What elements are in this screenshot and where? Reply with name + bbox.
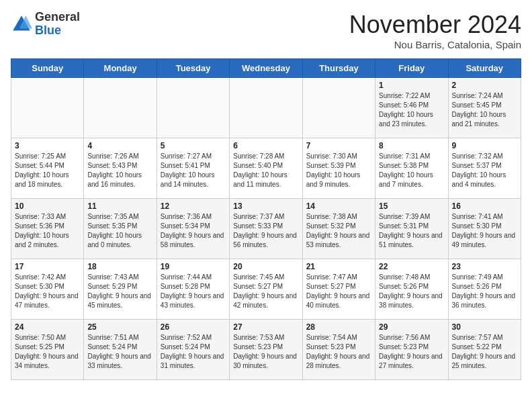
calendar-week-row: 17Sunrise: 7:42 AM Sunset: 5:30 PM Dayli… [11, 259, 521, 320]
day-info: Sunrise: 7:24 AM Sunset: 5:45 PM Dayligh… [452, 91, 517, 129]
day-info: Sunrise: 7:57 AM Sunset: 5:22 PM Dayligh… [452, 333, 517, 371]
calendar-cell: 10Sunrise: 7:33 AM Sunset: 5:36 PM Dayli… [11, 199, 84, 259]
calendar-cell: 2Sunrise: 7:24 AM Sunset: 5:45 PM Daylig… [448, 78, 521, 138]
day-info: Sunrise: 7:41 AM Sunset: 5:30 PM Dayligh… [452, 212, 517, 250]
day-number: 25 [87, 322, 152, 332]
calendar-cell: 9Sunrise: 7:32 AM Sunset: 5:37 PM Daylig… [448, 138, 521, 199]
calendar-cell: 1Sunrise: 7:22 AM Sunset: 5:46 PM Daylig… [375, 78, 448, 138]
day-number: 12 [161, 201, 226, 211]
day-info: Sunrise: 7:45 AM Sunset: 5:27 PM Dayligh… [233, 273, 298, 310]
month-title: November 2024 [349, 11, 521, 39]
day-info: Sunrise: 7:30 AM Sunset: 5:39 PM Dayligh… [306, 152, 371, 189]
logo-text: General Blue [35, 11, 80, 38]
day-header-wednesday: Wednesday [230, 59, 302, 78]
day-info: Sunrise: 7:25 AM Sunset: 5:44 PM Dayligh… [15, 152, 80, 189]
calendar-cell: 22Sunrise: 7:48 AM Sunset: 5:26 PM Dayli… [375, 259, 448, 320]
day-number: 14 [306, 201, 371, 211]
day-info: Sunrise: 7:42 AM Sunset: 5:30 PM Dayligh… [15, 273, 80, 310]
calendar-cell: 16Sunrise: 7:41 AM Sunset: 5:30 PM Dayli… [448, 199, 521, 259]
calendar-cell: 23Sunrise: 7:49 AM Sunset: 5:26 PM Dayli… [448, 259, 521, 320]
day-number: 1 [379, 81, 444, 90]
logo-icon [11, 13, 32, 35]
day-number: 3 [15, 141, 80, 150]
calendar-table: SundayMondayTuesdayWednesdayThursdayFrid… [11, 58, 521, 380]
day-number: 15 [379, 201, 444, 211]
day-info: Sunrise: 7:31 AM Sunset: 5:38 PM Dayligh… [379, 152, 444, 189]
day-number: 29 [379, 322, 444, 332]
day-number: 9 [452, 141, 517, 150]
calendar-cell [302, 78, 375, 138]
day-number: 26 [161, 322, 226, 332]
location: Nou Barris, Catalonia, Spain [349, 39, 521, 50]
day-number: 16 [452, 201, 517, 211]
calendar-cell [11, 78, 84, 138]
calendar-cell [157, 78, 229, 138]
day-number: 5 [161, 141, 226, 150]
calendar-cell: 5Sunrise: 7:27 AM Sunset: 5:41 PM Daylig… [157, 138, 229, 199]
day-number: 18 [87, 262, 152, 271]
calendar-cell: 12Sunrise: 7:36 AM Sunset: 5:34 PM Dayli… [157, 199, 229, 259]
day-info: Sunrise: 7:32 AM Sunset: 5:37 PM Dayligh… [452, 152, 517, 189]
day-info: Sunrise: 7:37 AM Sunset: 5:33 PM Dayligh… [233, 212, 298, 250]
day-info: Sunrise: 7:26 AM Sunset: 5:43 PM Dayligh… [87, 152, 152, 189]
calendar-cell: 21Sunrise: 7:47 AM Sunset: 5:27 PM Dayli… [302, 259, 375, 320]
calendar-cell: 18Sunrise: 7:43 AM Sunset: 5:29 PM Dayli… [84, 259, 157, 320]
day-info: Sunrise: 7:44 AM Sunset: 5:28 PM Dayligh… [161, 273, 226, 310]
calendar-cell: 25Sunrise: 7:51 AM Sunset: 5:24 PM Dayli… [84, 320, 157, 380]
calendar-cell: 20Sunrise: 7:45 AM Sunset: 5:27 PM Dayli… [230, 259, 302, 320]
day-number: 11 [87, 201, 152, 211]
title-area: November 2024 Nou Barris, Catalonia, Spa… [349, 11, 521, 50]
day-header-friday: Friday [375, 59, 448, 78]
day-info: Sunrise: 7:33 AM Sunset: 5:36 PM Dayligh… [15, 212, 80, 250]
calendar-cell: 4Sunrise: 7:26 AM Sunset: 5:43 PM Daylig… [84, 138, 157, 199]
day-number: 7 [306, 141, 371, 150]
day-info: Sunrise: 7:54 AM Sunset: 5:23 PM Dayligh… [306, 333, 371, 371]
header: General Blue November 2024 Nou Barris, C… [11, 11, 521, 50]
calendar-cell: 6Sunrise: 7:28 AM Sunset: 5:40 PM Daylig… [230, 138, 302, 199]
day-info: Sunrise: 7:52 AM Sunset: 5:24 PM Dayligh… [161, 333, 226, 371]
day-number: 4 [87, 141, 152, 150]
calendar-cell: 8Sunrise: 7:31 AM Sunset: 5:38 PM Daylig… [375, 138, 448, 199]
calendar-cell: 15Sunrise: 7:39 AM Sunset: 5:31 PM Dayli… [375, 199, 448, 259]
day-number: 19 [161, 262, 226, 271]
day-header-tuesday: Tuesday [157, 59, 229, 78]
day-number: 17 [15, 262, 80, 271]
day-header-sunday: Sunday [11, 59, 84, 78]
day-info: Sunrise: 7:35 AM Sunset: 5:35 PM Dayligh… [87, 212, 152, 250]
calendar-cell: 7Sunrise: 7:30 AM Sunset: 5:39 PM Daylig… [302, 138, 375, 199]
calendar-cell: 14Sunrise: 7:38 AM Sunset: 5:32 PM Dayli… [302, 199, 375, 259]
day-header-thursday: Thursday [302, 59, 375, 78]
day-header-monday: Monday [84, 59, 157, 78]
day-number: 23 [452, 262, 517, 271]
calendar-cell [230, 78, 302, 138]
calendar-cell [84, 78, 157, 138]
calendar-cell: 30Sunrise: 7:57 AM Sunset: 5:22 PM Dayli… [448, 320, 521, 380]
day-number: 6 [233, 141, 298, 150]
day-number: 2 [452, 81, 517, 90]
calendar-cell: 19Sunrise: 7:44 AM Sunset: 5:28 PM Dayli… [157, 259, 229, 320]
calendar-cell: 11Sunrise: 7:35 AM Sunset: 5:35 PM Dayli… [84, 199, 157, 259]
day-info: Sunrise: 7:47 AM Sunset: 5:27 PM Dayligh… [306, 273, 371, 310]
calendar-cell: 24Sunrise: 7:50 AM Sunset: 5:25 PM Dayli… [11, 320, 84, 380]
day-number: 10 [15, 201, 80, 211]
day-info: Sunrise: 7:27 AM Sunset: 5:41 PM Dayligh… [161, 152, 226, 189]
day-info: Sunrise: 7:39 AM Sunset: 5:31 PM Dayligh… [379, 212, 444, 250]
day-number: 27 [233, 322, 298, 332]
day-number: 21 [306, 262, 371, 271]
calendar-cell: 13Sunrise: 7:37 AM Sunset: 5:33 PM Dayli… [230, 199, 302, 259]
day-info: Sunrise: 7:56 AM Sunset: 5:23 PM Dayligh… [379, 333, 444, 371]
day-info: Sunrise: 7:49 AM Sunset: 5:26 PM Dayligh… [452, 273, 517, 310]
calendar-cell: 29Sunrise: 7:56 AM Sunset: 5:23 PM Dayli… [375, 320, 448, 380]
day-info: Sunrise: 7:51 AM Sunset: 5:24 PM Dayligh… [87, 333, 152, 371]
day-number: 30 [452, 322, 517, 332]
calendar-cell: 26Sunrise: 7:52 AM Sunset: 5:24 PM Dayli… [157, 320, 229, 380]
logo: General Blue [11, 11, 80, 38]
day-info: Sunrise: 7:43 AM Sunset: 5:29 PM Dayligh… [87, 273, 152, 310]
day-info: Sunrise: 7:48 AM Sunset: 5:26 PM Dayligh… [379, 273, 444, 310]
calendar-week-row: 10Sunrise: 7:33 AM Sunset: 5:36 PM Dayli… [11, 199, 521, 259]
day-number: 20 [233, 262, 298, 271]
calendar-header-row: SundayMondayTuesdayWednesdayThursdayFrid… [11, 59, 521, 78]
calendar-cell: 28Sunrise: 7:54 AM Sunset: 5:23 PM Dayli… [302, 320, 375, 380]
day-info: Sunrise: 7:28 AM Sunset: 5:40 PM Dayligh… [233, 152, 298, 189]
day-number: 13 [233, 201, 298, 211]
